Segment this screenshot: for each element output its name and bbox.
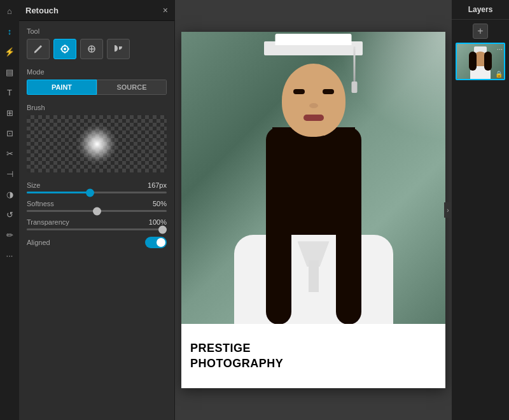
layers-icon[interactable]: ▤ [3,65,17,79]
circle-half-icon[interactable]: ◑ [3,187,17,201]
mode-section-label: Mode [27,68,167,76]
pencil-tool-button[interactable] [27,39,50,59]
canvas-area[interactable]: PRESTIGE PHOTOGRAPHY › [175,0,452,420]
panel-header: Retouch × [19,0,174,21]
photo-caption: PRESTIGE PHOTOGRAPHY [181,324,445,388]
crop-icon[interactable]: ⊡ [3,126,17,140]
transparency-value: 100% [149,218,167,226]
panel-body: Tool Mode PAINT SOURCE Brush [19,21,174,420]
transparency-label: Transparency [27,218,69,226]
layer-lock-icon: 🔒 [495,71,503,78]
caption-line1: PRESTIGE [190,341,283,356]
layer-thumb-hair-r [484,52,492,71]
more-icon[interactable]: ··· [3,248,17,262]
grid-icon[interactable]: ⊞ [3,106,17,120]
lightning-icon[interactable]: ⚡ [3,45,17,59]
grad-cap-top [275,34,352,45]
nose [309,103,318,108]
tool-section-label: Tool [27,27,167,35]
size-slider-thumb[interactable] [86,188,94,197]
size-slider-track[interactable] [27,192,167,193]
layer-item[interactable]: ··· 🔒 [456,43,505,80]
tie [309,260,319,292]
add-layer-button[interactable]: + [473,24,488,39]
source-mode-button[interactable]: SOURCE [97,80,167,95]
softness-slider-track[interactable] [27,210,167,212]
left-eye [293,89,305,94]
brush-preview [27,115,167,172]
adjustments-icon[interactable]: ⊣ [3,167,17,181]
aligned-toggle-row: Aligned [27,237,167,248]
layer-more-button[interactable]: ··· [497,45,503,53]
expand-panel-button[interactable]: › [444,202,452,218]
layers-header: Layers [452,0,509,20]
retouch-panel: Retouch × Tool Mode PAINT SOURCE Bru [19,0,175,420]
softness-slider-fill [27,210,97,212]
home-icon[interactable]: ⌂ [3,4,17,18]
patch-tool-button[interactable] [107,39,130,59]
layer-thumb-hair-l [469,52,477,71]
mode-row: PAINT SOURCE [27,80,167,95]
softness-slider-thumb[interactable] [93,207,101,215]
aligned-label: Aligned [27,239,50,246]
caption-text: PRESTIGE PHOTOGRAPHY [190,341,283,371]
toggle-knob [157,238,165,247]
close-button[interactable]: × [163,5,168,15]
brush-glow [76,123,118,165]
size-slider-section: Size 167px [27,181,167,193]
aligned-toggle[interactable] [145,237,167,248]
softness-value: 50% [153,200,167,207]
hair-right [336,127,361,324]
scissors-icon[interactable]: ✂ [3,146,17,160]
size-value: 167px [148,181,167,189]
transparency-slider-thumb[interactable] [158,225,167,234]
softness-label: Softness [27,200,54,207]
rotate-icon[interactable]: ↺ [3,207,17,221]
caption-line2: PHOTOGRAPHY [190,356,283,371]
transparency-slider-track[interactable] [27,228,167,230]
heal-tool-button[interactable] [80,39,103,59]
layers-panel: Layers + ··· 🔒 [452,0,509,420]
size-slider-fill [27,192,90,193]
panel-title: Retouch [25,6,59,15]
canvas-image: PRESTIGE PHOTOGRAPHY [181,32,445,388]
clone-tool-button[interactable] [53,39,76,59]
lips [303,115,324,121]
select-icon[interactable]: ↕ [3,24,17,38]
left-toolbar: ⌂ ↕ ⚡ ▤ T ⊞ ⊡ ✂ ⊣ ◑ ↺ ✏ ··· [0,0,19,420]
size-label: Size [27,181,40,189]
transparency-slider-section: Transparency 100% [27,218,167,230]
gown-body [234,235,393,324]
tool-row [27,39,167,59]
brush-section-label: Brush [27,104,167,111]
hair-left [266,127,291,324]
paint-mode-button[interactable]: PAINT [27,80,97,95]
right-eye [323,89,334,94]
pen-icon[interactable]: ✏ [3,228,17,242]
face [282,64,345,137]
text-icon[interactable]: T [3,85,17,99]
tassel-end [351,81,357,93]
softness-slider-section: Softness 50% [27,200,167,212]
transparency-slider-fill [27,228,167,230]
photo-background [181,32,445,324]
tassel-string [353,46,355,81]
